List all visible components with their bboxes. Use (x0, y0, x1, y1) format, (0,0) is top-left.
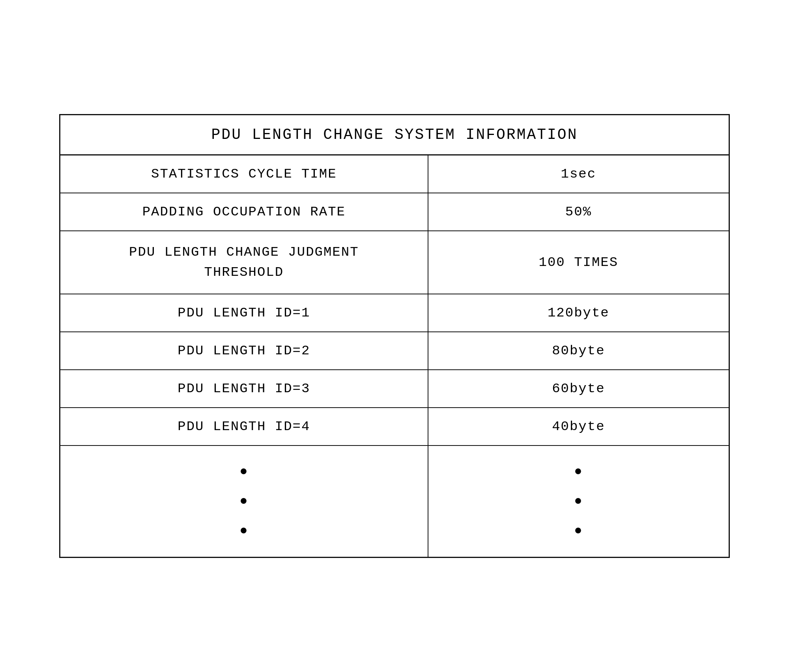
table-row: PDU LENGTH CHANGE JUDGMENT THRESHOLD 100… (60, 231, 729, 294)
table-title: PDU LENGTH CHANGE SYSTEM INFORMATION (60, 115, 729, 155)
row-value: 100 TIMES (428, 231, 729, 294)
row-label: PDU LENGTH ID=2 (60, 332, 428, 370)
table-row: PDU LENGTH ID=2 80byte (60, 332, 729, 370)
row-value: 60byte (428, 370, 729, 408)
dots-row: ●●● ●●● (60, 446, 729, 556)
dots-right: ●●● (428, 446, 729, 556)
row-label: PDU LENGTH ID=1 (60, 294, 428, 332)
dots-left: ●●● (60, 446, 428, 556)
table-row: PADDING OCCUPATION RATE 50% (60, 193, 729, 231)
row-label: STATISTICS CYCLE TIME (60, 155, 428, 193)
row-label: PDU LENGTH ID=3 (60, 370, 428, 408)
row-label-multiline: PDU LENGTH CHANGE JUDGMENT THRESHOLD (60, 231, 428, 294)
row-label: PDU LENGTH ID=4 (60, 408, 428, 446)
row-value: 80byte (428, 332, 729, 370)
table-row: PDU LENGTH ID=3 60byte (60, 370, 729, 408)
row-value: 50% (428, 193, 729, 231)
row-value: 1sec (428, 155, 729, 193)
table-row: PDU LENGTH ID=4 40byte (60, 408, 729, 446)
info-table: PDU LENGTH CHANGE SYSTEM INFORMATION STA… (59, 114, 730, 558)
row-value: 120byte (428, 294, 729, 332)
row-label: PADDING OCCUPATION RATE (60, 193, 428, 231)
table-row: STATISTICS CYCLE TIME 1sec (60, 155, 729, 193)
row-value: 40byte (428, 408, 729, 446)
table-row: PDU LENGTH ID=1 120byte (60, 294, 729, 332)
